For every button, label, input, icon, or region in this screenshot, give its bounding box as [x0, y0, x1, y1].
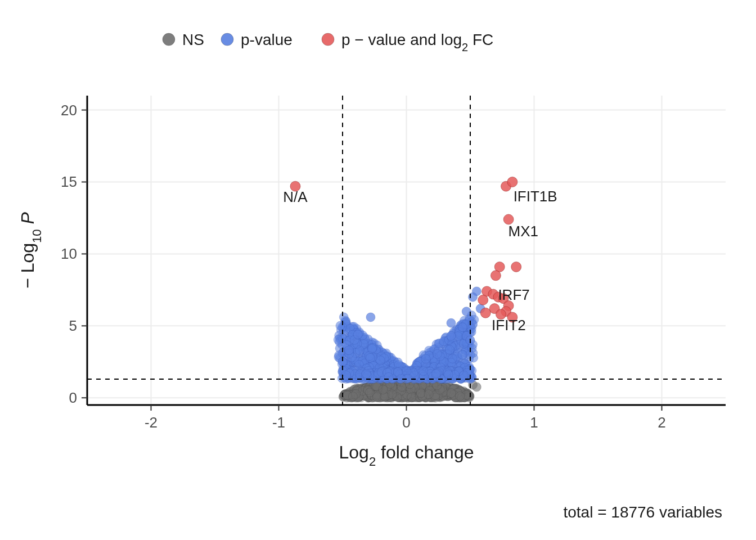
svg-text:IRF7: IRF7: [498, 286, 529, 303]
svg-point-1557: [366, 353, 375, 362]
svg-point-1554: [421, 354, 430, 363]
svg-point-1755: [344, 346, 353, 355]
svg-point-1739: [384, 372, 393, 381]
svg-text:IFIT1B: IFIT1B: [514, 188, 557, 205]
svg-point-1750: [469, 292, 478, 302]
svg-text:IFIT2: IFIT2: [492, 317, 526, 334]
svg-point-1501: [458, 350, 467, 359]
svg-point-1558: [376, 356, 385, 365]
svg-point-876: [397, 382, 406, 392]
svg-text:5: 5: [69, 317, 77, 334]
svg-point-1773: [480, 308, 490, 318]
svg-text:2: 2: [658, 414, 665, 431]
svg-point-1747: [458, 323, 467, 332]
svg-text:total = 18776 variables: total = 18776 variables: [563, 503, 722, 521]
svg-point-1384: [334, 335, 343, 344]
svg-point-901: [424, 390, 433, 399]
svg-text:− Log10 P: − Log10 P: [17, 212, 44, 289]
volcano-plot: N/AIFIT1BMX1IRF7IFIT2-2-101205101520Log2…: [0, 0, 756, 540]
svg-point-909: [379, 385, 388, 394]
svg-point-1743: [366, 313, 375, 322]
svg-point-1762: [511, 262, 521, 272]
svg-point-1734: [460, 371, 469, 380]
svg-point-1536: [445, 345, 454, 354]
svg-text:p-value: p-value: [241, 31, 292, 48]
svg-text:20: 20: [61, 102, 77, 119]
svg-point-1539: [367, 344, 376, 353]
svg-point-1744: [447, 318, 456, 327]
svg-point-1738: [444, 370, 453, 379]
svg-text:0: 0: [69, 389, 77, 406]
svg-text:MX1: MX1: [508, 223, 538, 240]
svg-text:0: 0: [402, 414, 410, 431]
svg-point-905: [348, 392, 357, 401]
svg-point-910: [456, 392, 465, 400]
svg-point-1753: [469, 320, 478, 329]
svg-point-904: [447, 389, 456, 398]
svg-point-1759: [507, 177, 518, 187]
svg-point-1754: [353, 330, 362, 339]
svg-point-1740: [431, 370, 440, 379]
svg-point-1745: [447, 331, 456, 340]
svg-point-1460: [336, 321, 345, 330]
svg-point-893: [416, 389, 425, 398]
svg-text:p − value and log2 FC: p − value and log2 FC: [341, 31, 493, 53]
svg-text:-1: -1: [272, 414, 285, 431]
svg-point-907: [407, 393, 416, 402]
svg-point-1768: [478, 295, 488, 305]
svg-point-1520: [448, 354, 457, 363]
svg-text:1: 1: [530, 414, 538, 431]
chart-container: N/AIFIT1BMX1IRF7IFIT2-2-101205101520Log2…: [0, 0, 756, 540]
svg-text:Log2 fold change: Log2 fold change: [339, 442, 474, 469]
svg-point-1711: [419, 367, 428, 376]
svg-text:NS: NS: [182, 31, 204, 48]
svg-text:15: 15: [61, 173, 77, 190]
svg-point-1809: [221, 33, 233, 46]
svg-point-1559: [433, 349, 442, 358]
svg-point-1811: [322, 33, 334, 46]
svg-text:N/A: N/A: [283, 188, 308, 205]
svg-point-1807: [163, 33, 175, 46]
svg-text:-2: -2: [145, 414, 158, 431]
svg-point-1748: [462, 307, 471, 316]
svg-text:10: 10: [61, 245, 77, 262]
svg-point-908: [388, 390, 397, 399]
svg-point-1763: [490, 271, 501, 281]
svg-point-1742: [362, 369, 371, 378]
